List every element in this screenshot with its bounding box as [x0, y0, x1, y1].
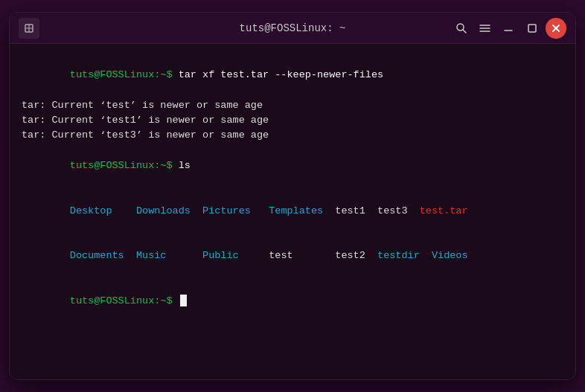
ls-public: Public	[202, 250, 269, 261]
terminal-wrapper: tuts@FOSSLinux:~$ tar xf test.tar --keep…	[10, 44, 575, 379]
ls-documents: Documents	[70, 250, 136, 261]
window-title: tuts@FOSSLinux: ~	[240, 22, 346, 34]
titlebar-actions	[450, 18, 566, 39]
prompt-1: tuts@FOSSLinux:~$	[70, 69, 179, 80]
ls-videos: Videos	[432, 250, 468, 261]
ls-desktop: Desktop	[70, 205, 136, 216]
ls-music: Music	[136, 250, 202, 261]
close-button[interactable]	[546, 18, 566, 39]
ls-test: test	[269, 250, 335, 261]
ls-templates: Templates	[269, 205, 335, 216]
ls-row-1: Desktop Downloads Pictures Templates tes…	[22, 188, 563, 234]
prompt-2: tuts@FOSSLinux:~$	[70, 160, 179, 171]
cursor	[180, 295, 187, 306]
window-controls	[19, 18, 39, 39]
cmd-1: tar xf test.tar --keep-newer-files	[179, 69, 383, 80]
prompt-final: tuts@FOSSLinux:~$	[70, 295, 179, 306]
svg-line-4	[463, 30, 466, 33]
ls-testtar: test.tar	[420, 205, 468, 216]
maximize-button[interactable]	[522, 18, 543, 39]
terminal-line-final: tuts@FOSSLinux:~$	[22, 279, 563, 324]
ls-downloads: Downloads	[136, 205, 202, 216]
svg-rect-9	[528, 25, 536, 32]
ls-test3: test3	[377, 205, 420, 216]
terminal-line-1: tuts@FOSSLinux:~$ tar xf test.tar --keep…	[22, 53, 563, 98]
cmd-2: ls	[179, 160, 191, 171]
terminal-line-4: tar: Current ‘test3’ is newer or same ag…	[22, 128, 563, 143]
terminal-window: tuts@FOSSLinux: ~	[9, 12, 576, 380]
ls-test1: test1	[335, 205, 377, 216]
ls-pictures: Pictures	[202, 205, 269, 216]
terminal-line-5: tuts@FOSSLinux:~$ ls	[22, 144, 563, 189]
terminal-line-2: tar: Current ‘test’ is newer or same age	[22, 98, 563, 113]
menu-button[interactable]	[474, 18, 495, 39]
ls-test2: test2	[335, 250, 377, 261]
pin-button[interactable]	[19, 18, 39, 39]
minimize-button[interactable]	[498, 18, 519, 39]
ls-row-2: Documents Music Public test test2 testdi…	[22, 234, 563, 279]
terminal-line-3: tar: Current ‘test1’ is newer or same ag…	[22, 113, 563, 128]
ls-testdir: testdir	[377, 250, 432, 261]
search-button[interactable]	[450, 18, 471, 39]
titlebar: tuts@FOSSLinux: ~	[10, 13, 575, 44]
terminal-body[interactable]: tuts@FOSSLinux:~$ tar xf test.tar --keep…	[10, 44, 575, 379]
